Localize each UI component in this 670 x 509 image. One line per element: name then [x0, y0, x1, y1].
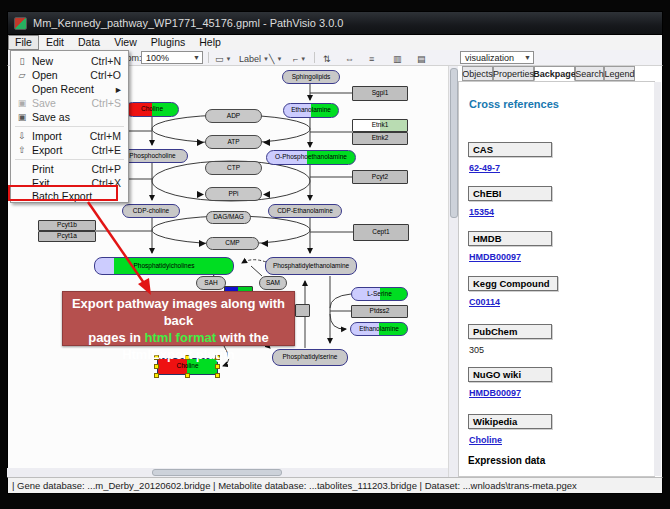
annotation-line1: Export pathway images along with back	[63, 295, 294, 329]
node-cdp-ethanolamine[interactable]: CDP-Ethanolamine	[268, 204, 342, 218]
window-title: Mm_Kennedy_pathway_WP1771_45176.gpml - P…	[33, 17, 343, 29]
node-dag-mag[interactable]: DAG/MAG	[206, 211, 251, 224]
node-sam[interactable]: SAM	[259, 276, 287, 290]
app-icon	[14, 17, 27, 30]
annotation-callout: Export pathway images along with back pa…	[62, 291, 295, 346]
file-menu-open[interactable]: ▱ OpenCtrl+O	[12, 68, 127, 82]
canvas-vertical-scrollbar[interactable]	[448, 66, 458, 477]
selection-handle[interactable]	[154, 364, 159, 369]
align-middle-icon: ⇔	[345, 54, 354, 64]
panel-scrollbar[interactable]	[654, 82, 661, 476]
align-center-button[interactable]: ⇅	[320, 51, 334, 66]
datanode-icon: ▭	[215, 54, 224, 64]
node-ethanolamine[interactable]: Ethanolamine	[283, 103, 339, 118]
zoom-combobox[interactable]: 100%▼	[141, 51, 203, 64]
line-icon: ╲	[269, 54, 274, 64]
node-ctp[interactable]: CTP	[205, 161, 262, 175]
align-middle-button[interactable]: ⇔	[342, 51, 357, 66]
menu-separator	[15, 159, 124, 160]
tab-properties[interactable]: Properties	[493, 66, 534, 81]
connector-tool-button[interactable]: ⌐▼	[290, 51, 309, 66]
node-ppi[interactable]: PPi	[205, 187, 262, 201]
node-l-serine[interactable]: L-Serine	[351, 287, 408, 301]
submenu-arrow-icon: ▸	[116, 83, 127, 95]
pubchem-value: 305	[469, 345, 484, 355]
toolbar-separator	[208, 52, 209, 63]
file-menu-import[interactable]: ⇩ ImportCtrl+M	[12, 129, 127, 143]
visualization-combobox[interactable]: visualization▼	[460, 51, 534, 64]
file-menu-export[interactable]: ⇧ ExportCtrl+E	[12, 143, 127, 157]
stack-vertical-icon: ▥	[393, 54, 402, 64]
menu-plugins[interactable]: Plugins	[144, 36, 192, 49]
stack-horizontal-button[interactable]: ≡	[366, 51, 377, 66]
selection-handle[interactable]	[185, 373, 190, 378]
menu-view[interactable]: View	[107, 36, 144, 49]
connector-icon: ⌐	[293, 54, 298, 64]
file-menu-save-as[interactable]: ▣ Save as	[12, 110, 127, 124]
gene-sgpl1[interactable]: Sgpl1	[352, 86, 408, 101]
gene-pcyt1b[interactable]: Pcyt1b	[38, 220, 96, 231]
file-menu-print[interactable]: PrintCtrl+P	[12, 162, 127, 176]
gene-box-partial[interactable]	[295, 304, 310, 317]
section-wikipedia: Wikipedia	[468, 414, 552, 429]
tab-backpage[interactable]: Backpage	[534, 66, 575, 81]
file-menu-dropdown: ▯ NewCtrl+N ▱ OpenCtrl+O Open Recent▸ ▣ …	[10, 50, 129, 203]
datanode-tool-button[interactable]: ▭▼	[212, 51, 234, 66]
stack-vertical-button[interactable]: ▥	[390, 51, 405, 66]
link-hmdb-value[interactable]: HMDB00097	[469, 252, 521, 262]
menu-data[interactable]: Data	[71, 36, 107, 49]
link-chebi-value[interactable]: 15354	[469, 207, 494, 217]
title-bar[interactable]: Mm_Kennedy_pathway_WP1771_45176.gpml - P…	[7, 11, 663, 35]
annotation-line2: pages in html format with the	[63, 329, 294, 346]
link-cas-value[interactable]: 62-49-7	[469, 163, 500, 173]
tab-legend[interactable]: Legend	[604, 66, 635, 81]
section-hmdb: HMDB	[468, 231, 552, 246]
node-phosphatidylcholines[interactable]: Phosphatidylcholines	[94, 257, 234, 275]
selection-handle[interactable]	[215, 373, 220, 378]
status-text: | Gene database: ...m_Derby_20120602.bri…	[12, 480, 577, 491]
menu-help[interactable]: Help	[192, 36, 228, 49]
node-adp[interactable]: ADP	[205, 109, 262, 123]
tab-search[interactable]: Search	[575, 66, 604, 81]
gene-pcyt2[interactable]: Pcyt2	[352, 170, 408, 184]
node-cmp[interactable]: CMP	[206, 237, 259, 250]
canvas-horizontal-scrollbar[interactable]	[7, 468, 448, 477]
node-choline[interactable]: Choline	[125, 102, 179, 117]
side-panel: Objects Properties Backpage Search Legen…	[458, 66, 663, 477]
gene-etnk2[interactable]: Etnk2	[352, 132, 408, 145]
selection-handle[interactable]	[154, 373, 159, 378]
menu-file[interactable]: File	[8, 35, 39, 50]
link-kegg-value[interactable]: C00114	[469, 297, 500, 307]
line-tool-button[interactable]: ╲▼	[266, 51, 285, 66]
menu-separator	[15, 126, 124, 127]
node-o-phosphoethanolamine[interactable]: O-Phosphoethanolamine	[266, 150, 356, 165]
link-nugo-value[interactable]: HMDB00097	[469, 388, 521, 398]
gene-ptdss2[interactable]: Ptdss2	[351, 305, 408, 318]
node-atp[interactable]: ATP	[205, 135, 262, 149]
file-menu-save[interactable]: ▣ SaveCtrl+S	[12, 96, 127, 110]
node-ethanolamine-bottom[interactable]: Ethanolamine	[350, 322, 408, 336]
save-icon: ▣	[12, 98, 32, 108]
section-pubchem: PubChem	[468, 324, 552, 339]
node-sah[interactable]: SAH	[196, 276, 226, 290]
node-cdp-choline[interactable]: CDP-choline	[122, 204, 180, 218]
toolbar-separator	[314, 52, 315, 63]
file-menu-new[interactable]: ▯ NewCtrl+N	[12, 54, 127, 68]
file-menu-open-recent[interactable]: Open Recent▸	[12, 82, 127, 96]
gene-pcyt1a[interactable]: Pcyt1a	[38, 231, 96, 242]
section-cas: CAS	[468, 142, 552, 157]
node-sphingolipids[interactable]: Sphingolipids	[282, 70, 340, 84]
print-toolbar-button[interactable]: ▤	[414, 51, 429, 66]
import-icon: ⇩	[12, 131, 32, 141]
menu-edit[interactable]: Edit	[39, 36, 71, 49]
link-wikipedia-value[interactable]: Choline	[469, 435, 502, 445]
selection-handle[interactable]	[215, 364, 220, 369]
scrollbar-thumb[interactable]	[450, 68, 458, 218]
node-phosphatidylethanolamine[interactable]: Phosphatidylethanolamine	[265, 257, 357, 275]
gene-cept1[interactable]: Cept1	[353, 224, 409, 241]
tab-objects[interactable]: Objects	[462, 66, 493, 81]
gene-etnk1[interactable]: Etnk1	[352, 119, 408, 132]
scrollbar-thumb[interactable]	[152, 469, 282, 476]
new-file-icon: ▯	[12, 56, 32, 66]
cross-references-heading: Cross references	[469, 98, 559, 110]
